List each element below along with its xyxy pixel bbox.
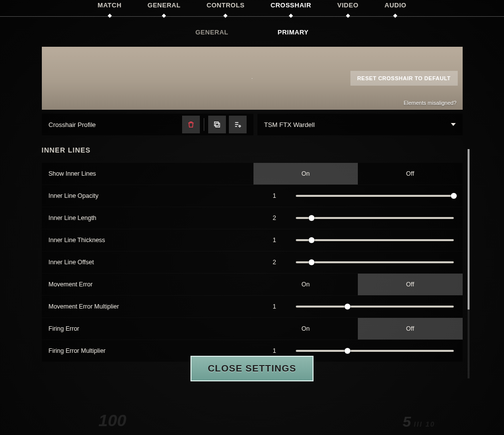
trash-icon (187, 121, 195, 128)
diamond-icon (393, 14, 397, 18)
top-tab-general[interactable]: GENERAL (146, 1, 183, 14)
slider-track (296, 350, 454, 352)
toggle-off[interactable]: Off (358, 318, 463, 340)
slider-track (296, 306, 454, 308)
slider-value[interactable]: 2 (253, 251, 296, 273)
slider: 1 (253, 296, 463, 317)
crosshair-profile-label: Crosshair Profile (49, 121, 96, 128)
setting-control: 2 (253, 251, 463, 273)
setting-label: Firing Error (42, 318, 253, 340)
diamond-icon (223, 14, 227, 18)
toggle-on[interactable]: On (253, 163, 358, 185)
slider-value[interactable]: 2 (253, 207, 296, 229)
close-settings-button[interactable]: CLOSE SETTINGS (190, 356, 314, 381)
slider-track-area[interactable] (296, 207, 463, 229)
slider-track-area[interactable] (296, 296, 463, 317)
reset-crosshair-button[interactable]: RESET CROSSHAIR TO DEFAULT (350, 71, 458, 86)
setting-label: Inner Line Opacity (42, 185, 253, 207)
chevron-down-icon (451, 123, 456, 126)
slider-track (296, 239, 454, 241)
top-tab-match[interactable]: MATCH (95, 1, 123, 14)
toggle: OnOff (253, 274, 463, 295)
copy-icon (213, 121, 221, 128)
slider-track-area[interactable] (296, 251, 463, 273)
setting-control: OnOff (253, 274, 463, 295)
setting-label: Inner Line Offset (42, 251, 253, 273)
scrollbar-thumb[interactable] (468, 149, 470, 310)
top-tabs: MATCHGENERALCONTROLSCROSSHAIRVIDEOAUDIO (0, 0, 504, 14)
diamond-icon (107, 14, 111, 18)
svg-rect-1 (214, 122, 218, 126)
setting-label: Movement Error (42, 274, 253, 295)
toggle-on[interactable]: On (253, 274, 358, 295)
slider-track-area[interactable] (296, 185, 463, 207)
scrollbar[interactable] (468, 149, 470, 378)
top-tab-video[interactable]: VIDEO (335, 1, 360, 14)
toggle: OnOff (253, 318, 463, 340)
top-tab-crosshair[interactable]: CROSSHAIR (269, 1, 314, 14)
profile-copy-button[interactable] (208, 116, 226, 133)
slider: 1 (253, 229, 463, 251)
toggle-off[interactable]: Off (358, 274, 463, 295)
setting-row: Movement Error Multiplier1 (42, 296, 463, 317)
slider: 2 (253, 251, 463, 273)
svg-rect-0 (216, 123, 220, 127)
profile-edit-button[interactable] (229, 116, 247, 133)
setting-label: Show Inner Lines (42, 163, 253, 185)
slider-knob[interactable] (309, 259, 315, 265)
slider-knob[interactable] (309, 215, 315, 221)
toggle: OnOff (253, 163, 463, 185)
misaligned-link[interactable]: Elements misaligned? (404, 100, 457, 106)
slider-knob[interactable] (309, 237, 315, 243)
profile-label-box: Crosshair Profile (42, 114, 253, 135)
top-tab-audio[interactable]: AUDIO (382, 1, 408, 14)
setting-row: Inner Line Thickness1 (42, 229, 463, 251)
crosshair-preview: ∙ RESET CROSSHAIR TO DEFAULT Elements mi… (42, 47, 463, 110)
setting-control: 2 (253, 207, 463, 229)
setting-row: Inner Line Offset2 (42, 251, 463, 273)
section-title-inner-lines: INNER LINES (42, 146, 463, 154)
setting-control: 1 (253, 229, 463, 251)
slider-knob[interactable] (345, 304, 350, 310)
setting-row: Inner Line Opacity1 (42, 185, 463, 207)
crosshair-icon: ∙ (252, 76, 252, 81)
icon-separator (204, 118, 204, 131)
setting-control: OnOff (253, 318, 463, 340)
diamond-icon (162, 14, 166, 18)
setting-control: OnOff (253, 163, 463, 185)
toggle-on[interactable]: On (253, 318, 358, 340)
sub-tab-primary[interactable]: PRIMARY (278, 29, 309, 36)
diamond-icon (346, 14, 350, 18)
setting-label: Inner Line Length (42, 207, 253, 229)
slider-value[interactable]: 1 (253, 185, 296, 207)
setting-row: Movement ErrorOnOff (42, 274, 463, 295)
slider-track-area[interactable] (296, 340, 463, 362)
slider-track (296, 261, 454, 263)
setting-label: Inner Line Thickness (42, 229, 253, 251)
profile-selected-value: TSM FTX Wardell (264, 121, 315, 128)
sub-tab-general[interactable]: GENERAL (195, 29, 228, 36)
profile-delete-button[interactable] (182, 116, 200, 133)
top-tab-controls[interactable]: CONTROLS (205, 1, 247, 14)
sub-tabs: GENERALPRIMARY (0, 29, 504, 36)
slider: 1 (253, 185, 463, 207)
edit-list-icon (234, 121, 242, 128)
profile-select[interactable]: TSM FTX Wardell (257, 114, 463, 135)
setting-row: Firing ErrorOnOff (42, 318, 463, 340)
setting-control: 1 (253, 296, 463, 317)
slider: 2 (253, 207, 463, 229)
hud-ammo: 5III 10 (403, 413, 435, 430)
slider-value[interactable]: 1 (253, 229, 296, 251)
setting-label: Movement Error Multiplier (42, 296, 253, 317)
slider-track (296, 195, 454, 197)
slider-track (296, 217, 454, 219)
setting-control: 1 (253, 185, 463, 207)
slider-knob[interactable] (451, 193, 457, 199)
setting-row: Show Inner LinesOnOff (42, 163, 463, 185)
hud-hp: 100 (98, 411, 126, 430)
slider-knob[interactable] (345, 348, 350, 354)
toggle-off[interactable]: Off (358, 163, 463, 185)
diamond-icon (289, 14, 293, 18)
slider-value[interactable]: 1 (253, 296, 296, 317)
slider-track-area[interactable] (296, 229, 463, 251)
